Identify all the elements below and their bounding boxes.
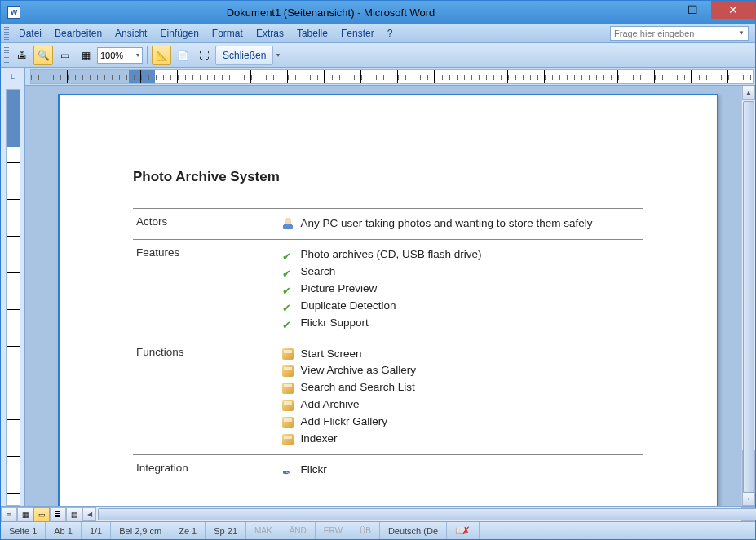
list-item: Flickr [282, 462, 636, 479]
menu-help[interactable]: ? [381, 26, 400, 41]
one-page-button[interactable]: ▭ [55, 46, 74, 65]
fullscreen-button[interactable]: ⛶ [194, 46, 214, 65]
item-text: Add Archive [301, 396, 360, 414]
spec-table: ActorsAny PC user taking photos and want… [133, 208, 643, 485]
scroll-thumb[interactable] [743, 101, 754, 493]
status-ueb[interactable]: ÜB [351, 522, 380, 539]
ruler-corner[interactable]: L [1, 68, 25, 86]
item-text: Photo archives (CD, USB flash drive) [301, 246, 482, 263]
view-reading-button[interactable]: ▤ [66, 507, 82, 522]
toolbar-overflow-icon[interactable]: ▾ [276, 51, 280, 59]
list-item: Flickr Support [282, 315, 636, 332]
app-window: W Dokument1 (Seitenansicht) - Microsoft … [0, 0, 756, 540]
menu-format[interactable]: Format [206, 26, 250, 41]
close-preview-button[interactable]: Schließen [215, 46, 273, 65]
feather-icon [282, 465, 294, 476]
shrink-to-fit-button[interactable]: 📄 [173, 46, 192, 65]
item-text: Search [301, 263, 336, 281]
item-text: Flickr Support [301, 315, 369, 332]
menu-ansicht[interactable]: Ansicht [108, 26, 153, 41]
list-item: Photo archives (CD, USB flash drive) [282, 246, 636, 263]
help-placeholder: Frage hier eingeben [614, 29, 694, 38]
view-outline-button[interactable]: ≣ [50, 507, 66, 522]
window-controls: — ☐ ✕ [636, 1, 755, 24]
item-text: Duplicate Detection [301, 298, 396, 315]
zoom-select[interactable]: 100% ▾ [97, 47, 143, 64]
status-at[interactable]: Bei 2,9 cm [111, 522, 170, 539]
menu-bearbeiten[interactable]: Bearbeiten [48, 26, 108, 41]
menu-datei[interactable]: Datei [12, 26, 48, 41]
box-icon [282, 365, 294, 377]
status-bar: Seite 1 Ab 1 1/1 Bei 2,9 cm Ze 1 Sp 21 M… [1, 521, 755, 539]
vertical-scrollbar[interactable]: ▲ ▼ ◦ ● ◦ [741, 86, 755, 506]
box-icon [282, 434, 294, 445]
scroll-track[interactable] [742, 100, 755, 450]
menu-einfuegen[interactable]: Einfügen [153, 26, 205, 41]
list-item: View Archive as Gallery [282, 362, 636, 379]
horizontal-scrollbar[interactable]: ◀ ▶ [82, 507, 755, 521]
chevron-down-icon: ▾ [136, 51, 139, 59]
list-item: Indexer [282, 431, 636, 448]
status-column[interactable]: Sp 21 [206, 522, 246, 539]
scroll-up-button[interactable]: ▲ [742, 86, 755, 100]
scroll-left-button[interactable]: ◀ [82, 507, 96, 521]
list-item: Any PC user taking photos and wanting to… [282, 215, 636, 232]
item-text: Start Screen [301, 346, 362, 363]
row-content: Photo archives (CD, USB flash drive)Sear… [272, 239, 643, 339]
status-section[interactable]: Ab 1 [46, 522, 82, 539]
print-preview-toolbar: 🖶 🔍 ▭ ▦ 100% ▾ 📐 📄 ⛶ Schließen ▾ [1, 43, 755, 68]
status-aend[interactable]: ÄND [281, 522, 316, 539]
status-erw[interactable]: ERW [316, 522, 351, 539]
title-bar: W Dokument1 (Seitenansicht) - Microsoft … [1, 1, 755, 24]
menubar-grip[interactable] [4, 27, 9, 40]
item-text: Add Flickr Gallery [301, 414, 388, 431]
toolbar-separator [147, 46, 148, 64]
maximize-button[interactable]: ☐ [674, 1, 711, 19]
table-row: FeaturesPhoto archives (CD, USB flash dr… [133, 239, 643, 339]
list-item: Add Flickr Gallery [282, 414, 636, 431]
print-button[interactable]: 🖶 [12, 46, 32, 65]
status-spellcheck-icon[interactable]: 📖✗ [447, 522, 480, 539]
view-normal-button[interactable]: ≡ [1, 507, 17, 522]
item-text: Any PC user taking photos and wanting to… [301, 215, 593, 232]
multi-page-button[interactable]: ▦ [76, 46, 95, 65]
document-canvas[interactable]: Photo Archive System ActorsAny PC user t… [25, 86, 741, 506]
table-row: IntegrationFlickr [133, 455, 643, 485]
minimize-button[interactable]: — [636, 1, 674, 19]
status-language[interactable]: Deutsch (De [380, 522, 447, 539]
status-pages[interactable]: 1/1 [82, 522, 111, 539]
check-icon [282, 317, 294, 329]
list-item: Duplicate Detection [282, 298, 636, 315]
chevron-down-icon: ▼ [738, 29, 745, 37]
table-row: ActorsAny PC user taking photos and want… [133, 209, 643, 240]
row-label: Actors [133, 209, 272, 240]
check-icon [282, 266, 294, 277]
magnifier-button[interactable]: 🔍 [33, 46, 53, 65]
actor-icon [282, 218, 294, 229]
word-icon: W [7, 6, 20, 19]
next-page-button[interactable]: ◦ [742, 492, 755, 506]
view-print-button[interactable]: ▭ [33, 507, 50, 522]
hscroll-thumb[interactable] [98, 508, 756, 520]
check-icon [282, 249, 294, 260]
toolbar-grip[interactable] [4, 47, 9, 64]
status-page[interactable]: Seite 1 [1, 522, 46, 539]
page-content: Photo Archive System ActorsAny PC user t… [60, 95, 717, 485]
view-buttons: ≡ ▦ ▭ ≣ ▤ [1, 507, 82, 521]
view-web-button[interactable]: ▦ [17, 507, 33, 522]
status-line[interactable]: Ze 1 [170, 522, 206, 539]
window-title: Dokument1 (Seitenansicht) - Microsoft Wo… [25, 7, 636, 19]
menu-extras[interactable]: Extras [250, 26, 290, 41]
close-button[interactable]: ✕ [711, 1, 755, 19]
list-item: Search [282, 263, 636, 281]
help-search-input[interactable]: Frage hier eingeben ▼ [610, 26, 749, 41]
horizontal-ruler[interactable] [30, 69, 754, 84]
box-icon [282, 400, 294, 411]
ruler-button[interactable]: 📐 [152, 46, 171, 65]
menu-fenster[interactable]: Fenster [334, 26, 381, 41]
vertical-ruler[interactable] [6, 89, 20, 506]
menu-tabelle[interactable]: Tabelle [290, 26, 334, 41]
ruler-row: L [1, 68, 755, 86]
status-mak[interactable]: MAK [246, 522, 281, 539]
document-area: Photo Archive System ActorsAny PC user t… [1, 86, 755, 507]
